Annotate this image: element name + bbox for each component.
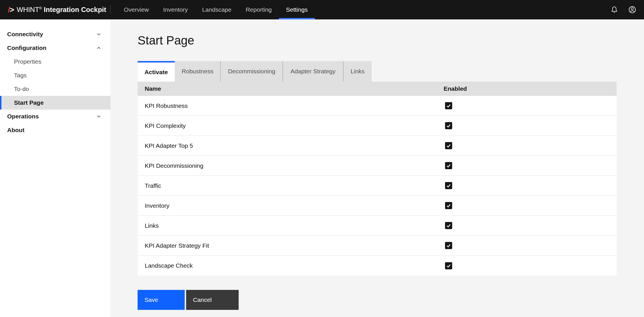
enabled-checkbox[interactable] xyxy=(445,202,452,209)
checkmark-icon xyxy=(446,183,451,188)
sidebar-item-connectivity[interactable]: Connectivity xyxy=(0,27,110,41)
checkmark-icon xyxy=(446,163,451,168)
logo-code-icon: /> xyxy=(8,5,14,14)
table-row: Landscape Check xyxy=(138,256,617,276)
nav-item-landscape[interactable]: Landscape xyxy=(195,0,239,19)
notifications-button[interactable] xyxy=(610,6,618,14)
sidebar: Connectivity Configuration Properties Ta… xyxy=(0,19,110,317)
table-row: KPI Adapter Top 5 xyxy=(138,136,617,156)
nav-item-reporting[interactable]: Reporting xyxy=(239,0,279,19)
row-name: KPI Decommissioning xyxy=(138,162,444,169)
sidebar-item-tags[interactable]: Tags xyxy=(0,68,110,82)
sidebar-item-start-page[interactable]: Start Page xyxy=(0,96,110,110)
row-name: KPI Adapter Top 5 xyxy=(138,142,444,149)
row-name: Inventory xyxy=(138,202,444,209)
main-content: Start Page Activate Robustness Decommiss… xyxy=(110,19,644,317)
tab-robustness[interactable]: Robustness xyxy=(175,61,220,82)
row-name: Landscape Check xyxy=(138,262,444,269)
chevron-up-icon xyxy=(96,45,102,51)
top-navigation: Overview Inventory Landscape Reporting S… xyxy=(117,0,315,19)
app-header: /> WHINT® Integration Cockpit Overview I… xyxy=(0,0,644,19)
checkmark-icon xyxy=(446,263,451,268)
checkmark-icon xyxy=(446,243,451,248)
table-row: Links xyxy=(138,216,617,236)
sidebar-item-configuration[interactable]: Configuration xyxy=(0,41,110,55)
row-name: Links xyxy=(138,222,444,229)
row-name: Traffic xyxy=(138,182,444,189)
checkmark-icon xyxy=(446,103,451,108)
checkmark-icon xyxy=(446,223,451,228)
enabled-checkbox[interactable] xyxy=(445,102,452,109)
sidebar-item-properties[interactable]: Properties xyxy=(0,55,110,68)
user-avatar-icon xyxy=(628,5,637,14)
enabled-checkbox[interactable] xyxy=(445,122,452,129)
enabled-checkbox[interactable] xyxy=(445,242,452,249)
nav-item-overview[interactable]: Overview xyxy=(117,0,156,19)
column-header-name: Name xyxy=(138,85,444,92)
enabled-checkbox[interactable] xyxy=(445,222,452,229)
settings-tabs: Activate Robustness Decommissioning Adap… xyxy=(138,61,644,82)
table-row: Inventory xyxy=(138,196,617,216)
tab-links[interactable]: Links xyxy=(343,61,372,82)
account-button[interactable] xyxy=(628,5,637,14)
tab-decommissioning[interactable]: Decommissioning xyxy=(220,61,283,82)
sidebar-item-todo[interactable]: To-do xyxy=(0,82,110,96)
bell-icon xyxy=(610,6,618,14)
app-title: WHINT® Integration Cockpit xyxy=(17,6,106,14)
enabled-checkbox[interactable] xyxy=(445,162,452,169)
tab-adapter-strategy[interactable]: Adapter Strategy xyxy=(283,61,343,82)
save-button[interactable]: Save xyxy=(138,290,185,310)
table-row: KPI Adapter Strategy Fit xyxy=(138,236,617,256)
enabled-checkbox[interactable] xyxy=(445,182,452,189)
table-header-row: Name Enabled xyxy=(138,82,617,96)
page-title: Start Page xyxy=(138,34,644,47)
nav-item-settings[interactable]: Settings xyxy=(279,0,315,19)
checkmark-icon xyxy=(446,203,451,208)
sidebar-item-about[interactable]: About xyxy=(0,123,110,137)
sidebar-item-label: Operations xyxy=(7,113,39,120)
form-actions: Save Cancel xyxy=(138,290,644,310)
sidebar-item-label: About xyxy=(7,127,25,134)
column-header-enabled: Enabled xyxy=(444,85,617,92)
table-row: KPI Complexity xyxy=(138,116,617,136)
tab-activate[interactable]: Activate xyxy=(138,61,175,82)
table-row: Traffic xyxy=(138,176,617,196)
row-name: KPI Adapter Strategy Fit xyxy=(138,242,444,249)
row-name: KPI Complexity xyxy=(138,122,444,129)
cancel-button[interactable]: Cancel xyxy=(186,290,239,310)
enabled-checkbox[interactable] xyxy=(445,262,452,269)
table-row: KPI Decommissioning xyxy=(138,156,617,176)
checkmark-icon xyxy=(446,123,451,128)
header-actions xyxy=(610,5,644,14)
checkmark-icon xyxy=(446,143,451,148)
enabled-checkbox[interactable] xyxy=(445,142,452,149)
sidebar-item-label: Configuration xyxy=(7,45,47,51)
row-name: KPI Robustness xyxy=(138,102,444,109)
chevron-down-icon xyxy=(96,31,102,37)
chevron-down-icon xyxy=(96,114,102,119)
sidebar-item-label: Connectivity xyxy=(7,31,43,38)
table-row: KPI Robustness xyxy=(138,96,617,116)
app-logo: /> WHINT® Integration Cockpit xyxy=(0,0,110,19)
nav-item-inventory[interactable]: Inventory xyxy=(156,0,195,19)
start-page-widgets-table: Name Enabled KPI Robustness KPI Complexi… xyxy=(138,82,617,276)
sidebar-item-operations[interactable]: Operations xyxy=(0,110,110,123)
